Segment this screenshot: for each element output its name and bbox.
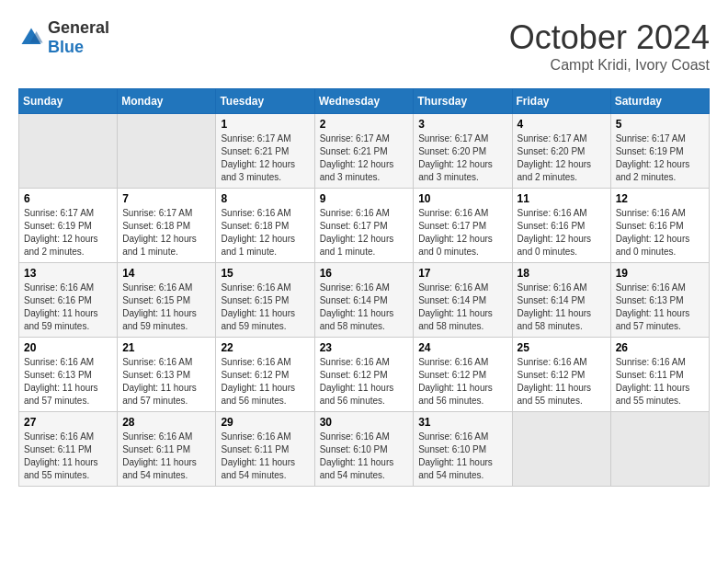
- calendar-week-row: 1Sunrise: 6:17 AMSunset: 6:21 PMDaylight…: [19, 114, 710, 189]
- title-block: October 2024 Campt Kridi, Ivory Coast: [509, 18, 710, 74]
- day-info: Sunrise: 6:16 AMSunset: 6:17 PMDaylight:…: [418, 208, 493, 257]
- day-info: Sunrise: 6:17 AMSunset: 6:21 PMDaylight:…: [221, 133, 295, 182]
- weekday-header-sunday: Sunday: [19, 89, 118, 114]
- calendar-cell: 17Sunrise: 6:16 AMSunset: 6:14 PMDayligh…: [414, 263, 512, 338]
- calendar-cell: 24Sunrise: 6:16 AMSunset: 6:12 PMDayligh…: [414, 338, 512, 412]
- day-number: 14: [122, 267, 210, 280]
- calendar-week-row: 27Sunrise: 6:16 AMSunset: 6:11 PMDayligh…: [19, 412, 710, 487]
- calendar-cell: 2Sunrise: 6:17 AMSunset: 6:21 PMDaylight…: [314, 114, 414, 189]
- day-number: 24: [418, 341, 506, 354]
- calendar-cell: 1Sunrise: 6:17 AMSunset: 6:21 PMDaylight…: [216, 114, 314, 189]
- calendar-cell: 5Sunrise: 6:17 AMSunset: 6:19 PMDaylight…: [610, 114, 709, 189]
- weekday-header-wednesday: Wednesday: [314, 89, 414, 114]
- day-info: Sunrise: 6:16 AMSunset: 6:14 PMDaylight:…: [320, 282, 394, 331]
- calendar-cell: 11Sunrise: 6:16 AMSunset: 6:16 PMDayligh…: [512, 189, 610, 263]
- calendar-cell: 4Sunrise: 6:17 AMSunset: 6:20 PMDaylight…: [512, 114, 610, 189]
- day-info: Sunrise: 6:16 AMSunset: 6:10 PMDaylight:…: [418, 431, 493, 480]
- logo-blue-text: Blue: [48, 38, 84, 56]
- day-info: Sunrise: 6:16 AMSunset: 6:11 PMDaylight:…: [122, 431, 197, 480]
- day-info: Sunrise: 6:16 AMSunset: 6:10 PMDaylight:…: [320, 431, 394, 480]
- day-info: Sunrise: 6:17 AMSunset: 6:19 PMDaylight:…: [616, 133, 690, 182]
- day-number: 9: [320, 192, 409, 205]
- day-number: 31: [418, 416, 506, 429]
- calendar-cell: 15Sunrise: 6:16 AMSunset: 6:15 PMDayligh…: [216, 263, 314, 338]
- calendar-cell: 18Sunrise: 6:16 AMSunset: 6:14 PMDayligh…: [512, 263, 610, 338]
- day-number: 23: [320, 341, 409, 354]
- calendar-cell: 10Sunrise: 6:16 AMSunset: 6:17 PMDayligh…: [414, 189, 512, 263]
- day-number: 26: [616, 341, 704, 354]
- calendar-cell: 19Sunrise: 6:16 AMSunset: 6:13 PMDayligh…: [610, 263, 709, 338]
- day-info: Sunrise: 6:16 AMSunset: 6:15 PMDaylight:…: [122, 282, 197, 331]
- logo-general-text: General: [48, 18, 109, 37]
- day-info: Sunrise: 6:16 AMSunset: 6:16 PMDaylight:…: [518, 208, 592, 257]
- calendar-cell: 9Sunrise: 6:16 AMSunset: 6:17 PMDaylight…: [314, 189, 414, 263]
- calendar-cell: 30Sunrise: 6:16 AMSunset: 6:10 PMDayligh…: [314, 412, 414, 487]
- calendar-cell: 29Sunrise: 6:16 AMSunset: 6:11 PMDayligh…: [216, 412, 314, 487]
- day-info: Sunrise: 6:16 AMSunset: 6:16 PMDaylight:…: [616, 208, 690, 257]
- day-info: Sunrise: 6:16 AMSunset: 6:16 PMDaylight:…: [24, 282, 98, 331]
- calendar-cell: [512, 412, 610, 487]
- weekday-header-row: SundayMondayTuesdayWednesdayThursdayFrid…: [19, 89, 710, 114]
- calendar-cell: 20Sunrise: 6:16 AMSunset: 6:13 PMDayligh…: [19, 338, 118, 412]
- day-number: 1: [221, 118, 309, 131]
- day-number: 22: [221, 341, 309, 354]
- day-number: 6: [24, 192, 112, 205]
- day-info: Sunrise: 6:16 AMSunset: 6:14 PMDaylight:…: [418, 282, 493, 331]
- day-info: Sunrise: 6:16 AMSunset: 6:11 PMDaylight:…: [616, 357, 690, 406]
- day-info: Sunrise: 6:17 AMSunset: 6:21 PMDaylight:…: [320, 133, 394, 182]
- day-number: 25: [518, 341, 606, 354]
- weekday-header-tuesday: Tuesday: [216, 89, 314, 114]
- day-info: Sunrise: 6:16 AMSunset: 6:14 PMDaylight:…: [518, 282, 592, 331]
- day-number: 16: [320, 267, 409, 280]
- calendar-cell: [610, 412, 709, 487]
- calendar-cell: 16Sunrise: 6:16 AMSunset: 6:14 PMDayligh…: [314, 263, 414, 338]
- day-number: 17: [418, 267, 506, 280]
- weekday-header-friday: Friday: [512, 89, 610, 114]
- logo-icon: [18, 25, 44, 51]
- calendar-body: 1Sunrise: 6:17 AMSunset: 6:21 PMDaylight…: [19, 114, 710, 487]
- day-number: 8: [221, 192, 309, 205]
- day-number: 10: [418, 192, 506, 205]
- day-number: 15: [221, 267, 309, 280]
- calendar-cell: 26Sunrise: 6:16 AMSunset: 6:11 PMDayligh…: [610, 338, 709, 412]
- day-number: 2: [320, 118, 409, 131]
- day-number: 30: [320, 416, 409, 429]
- calendar-week-row: 13Sunrise: 6:16 AMSunset: 6:16 PMDayligh…: [19, 263, 710, 338]
- day-info: Sunrise: 6:16 AMSunset: 6:15 PMDaylight:…: [221, 282, 295, 331]
- calendar-cell: 7Sunrise: 6:17 AMSunset: 6:18 PMDaylight…: [118, 189, 216, 263]
- day-number: 29: [221, 416, 309, 429]
- calendar-cell: [118, 114, 216, 189]
- calendar-cell: 23Sunrise: 6:16 AMSunset: 6:12 PMDayligh…: [314, 338, 414, 412]
- calendar-cell: 6Sunrise: 6:17 AMSunset: 6:19 PMDaylight…: [19, 189, 118, 263]
- day-number: 19: [616, 267, 704, 280]
- calendar-cell: 31Sunrise: 6:16 AMSunset: 6:10 PMDayligh…: [414, 412, 512, 487]
- day-number: 4: [518, 118, 606, 131]
- day-number: 28: [122, 416, 210, 429]
- day-info: Sunrise: 6:16 AMSunset: 6:12 PMDaylight:…: [221, 357, 295, 406]
- page-header: General Blue October 2024 Campt Kridi, I…: [18, 18, 710, 74]
- day-info: Sunrise: 6:16 AMSunset: 6:13 PMDaylight:…: [122, 357, 197, 406]
- calendar-week-row: 6Sunrise: 6:17 AMSunset: 6:19 PMDaylight…: [19, 189, 710, 263]
- day-number: 3: [418, 118, 506, 131]
- day-info: Sunrise: 6:16 AMSunset: 6:13 PMDaylight:…: [24, 357, 98, 406]
- day-number: 12: [616, 192, 704, 205]
- calendar-cell: 12Sunrise: 6:16 AMSunset: 6:16 PMDayligh…: [610, 189, 709, 263]
- day-number: 11: [518, 192, 606, 205]
- day-info: Sunrise: 6:16 AMSunset: 6:11 PMDaylight:…: [221, 431, 295, 480]
- month-title: October 2024: [509, 18, 710, 57]
- calendar-cell: 8Sunrise: 6:16 AMSunset: 6:18 PMDaylight…: [216, 189, 314, 263]
- calendar-cell: 21Sunrise: 6:16 AMSunset: 6:13 PMDayligh…: [118, 338, 216, 412]
- logo: General Blue: [18, 18, 109, 57]
- calendar-table: SundayMondayTuesdayWednesdayThursdayFrid…: [18, 88, 710, 487]
- day-number: 20: [24, 341, 112, 354]
- calendar-cell: 13Sunrise: 6:16 AMSunset: 6:16 PMDayligh…: [19, 263, 118, 338]
- weekday-header-monday: Monday: [118, 89, 216, 114]
- calendar-cell: 3Sunrise: 6:17 AMSunset: 6:20 PMDaylight…: [414, 114, 512, 189]
- calendar-header: SundayMondayTuesdayWednesdayThursdayFrid…: [19, 89, 710, 114]
- day-number: 5: [616, 118, 704, 131]
- calendar-cell: 22Sunrise: 6:16 AMSunset: 6:12 PMDayligh…: [216, 338, 314, 412]
- day-number: 27: [24, 416, 112, 429]
- calendar-cell: 14Sunrise: 6:16 AMSunset: 6:15 PMDayligh…: [118, 263, 216, 338]
- calendar-week-row: 20Sunrise: 6:16 AMSunset: 6:13 PMDayligh…: [19, 338, 710, 412]
- day-info: Sunrise: 6:16 AMSunset: 6:12 PMDaylight:…: [518, 357, 592, 406]
